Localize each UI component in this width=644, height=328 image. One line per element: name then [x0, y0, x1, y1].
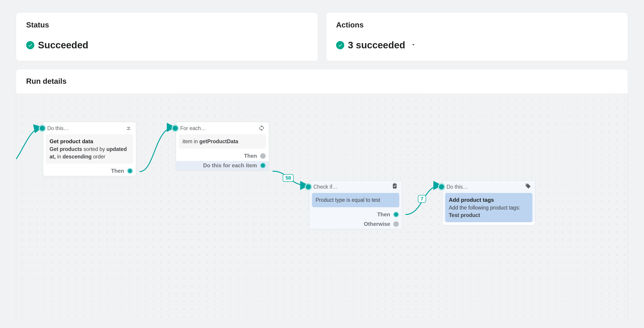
node-output-then[interactable]: Then [176, 151, 269, 161]
node-input-port [172, 125, 179, 132]
node-input-port [305, 183, 312, 190]
summary-cards: Status Succeeded Actions 3 succeeded [0, 0, 644, 61]
node-header: Check if… [309, 181, 402, 193]
node-output-otherwise[interactable]: Otherwise [309, 220, 402, 229]
actions-card: Actions 3 succeeded [326, 12, 628, 61]
chevron-down-icon [410, 42, 416, 48]
node-output-each[interactable]: Do this for each item [176, 161, 269, 170]
actions-value: 3 succeeded [348, 40, 405, 51]
iteration-count-badge: 58 [283, 174, 294, 182]
node-output-then[interactable]: Then [309, 210, 402, 220]
status-card: Status Succeeded [16, 12, 318, 61]
run-details-title: Run details [26, 77, 618, 86]
actions-dropdown[interactable]: 3 succeeded [336, 40, 618, 51]
node-add-product-tags[interactable]: Do this… Add product tags Add the follow… [442, 180, 536, 225]
status-value: Succeeded [38, 40, 88, 51]
output-port [393, 212, 399, 217]
node-output-then[interactable]: Then [43, 166, 136, 176]
branch-count-badge: 7 [418, 195, 426, 203]
success-icon [336, 41, 344, 49]
node-header-label: Do this… [446, 184, 468, 190]
node-body: Add product tags Add the following produ… [445, 193, 532, 222]
node-header-label: Check if… [313, 184, 338, 190]
refresh-icon [258, 124, 265, 132]
download-icon [126, 124, 132, 132]
node-header-label: Do this… [47, 125, 69, 131]
workflow-canvas[interactable]: 58 7 Do this… Get product data Get produ… [16, 93, 628, 320]
output-port [260, 153, 266, 159]
clipboard-check-icon [392, 183, 398, 191]
run-details-header: Run details [16, 69, 628, 93]
node-body: item in getProductData [179, 134, 266, 149]
output-port [260, 163, 266, 168]
output-port [393, 221, 399, 227]
node-body-description: item in getProductData [182, 138, 238, 144]
tag-icon [525, 183, 531, 191]
node-for-each[interactable]: For each… item in getProductData Then Do… [176, 122, 269, 171]
node-body-title: Get product data [50, 138, 130, 145]
node-check-if[interactable]: Check if… Product type is equal to test … [309, 180, 402, 230]
node-get-product-data[interactable]: Do this… Get product data Get products s… [43, 122, 136, 176]
node-condition-text: Product type is equal to test [316, 197, 380, 203]
output-port [127, 168, 133, 174]
node-header: For each… [176, 122, 269, 134]
node-body-tag: Test product [449, 212, 529, 219]
node-body: Get product data Get products sorted by … [46, 134, 133, 164]
node-header: Do this… [442, 181, 535, 193]
status-card-title: Status [26, 21, 308, 29]
node-body: Product type is equal to test [312, 193, 399, 207]
node-header: Do this… [43, 122, 136, 134]
success-icon [26, 41, 34, 49]
node-body-description: Get products sorted by updated at, in de… [50, 145, 130, 161]
node-body-subtitle: Add the following product tags: [449, 204, 529, 212]
node-input-port [39, 125, 46, 132]
node-header-label: For each… [180, 125, 206, 131]
actions-card-title: Actions [336, 21, 618, 29]
node-body-title: Add product tags [449, 196, 529, 204]
node-input-port [438, 183, 445, 190]
